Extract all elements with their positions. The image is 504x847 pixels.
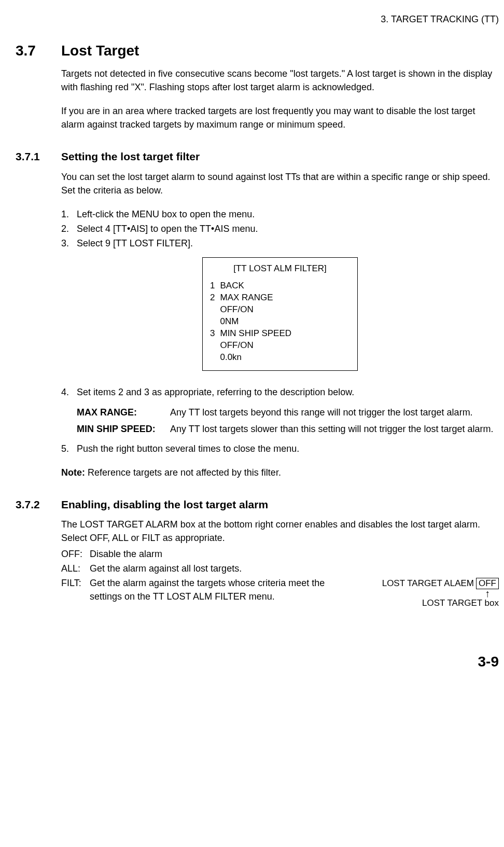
option-value: Disable the alarm	[90, 547, 162, 561]
intro-paragraph-1: Targets not detected in five consecutive…	[61, 67, 499, 94]
lost-target-box-label: LOST TARGET box	[354, 597, 499, 610]
lost-target-box-callout: LOST TARGET ALAEM OFF ↑ LOST TARGET box	[354, 576, 499, 610]
step-text: Set items 2 and 3 as appropriate, referr…	[77, 385, 354, 399]
step-text: Select 9 [TT LOST FILTER].	[77, 237, 193, 250]
option-value: Get the alarm against the targets whose …	[90, 576, 354, 603]
menu-screenshot-box: [TT LOST ALM FILTER] 1BACK 2MAX RANGE OF…	[202, 257, 358, 371]
menu-item-number: 3	[210, 328, 220, 340]
option-key: ALL:	[61, 562, 90, 575]
step-number: 2.	[61, 222, 77, 235]
step-number: 1.	[61, 207, 77, 221]
definition-term: MAX RANGE:	[77, 406, 170, 419]
subsection-intro: The LOST TARGET ALARM box at the bottom …	[61, 518, 499, 545]
menu-item-text: 0.0kn	[220, 352, 297, 364]
definition-description: Any TT lost targets beyond this range wi…	[170, 406, 499, 419]
subsection-title: Setting the lost target filter	[61, 149, 200, 164]
definition-term: MIN SHIP SPEED:	[77, 422, 170, 436]
step-number: 5.	[61, 442, 77, 455]
menu-item-text: MIN SHIP SPEED	[220, 328, 297, 340]
page-number: 3-9	[16, 651, 499, 673]
section-title: Lost Target	[61, 40, 139, 62]
option-key: FILT:	[61, 576, 90, 590]
menu-item-text: OFF/ON	[220, 340, 297, 352]
subsection-number: 3.7.2	[16, 497, 61, 512]
note: Note: Reference targets are not affected…	[61, 466, 499, 479]
step-text: Left-click the MENU box to open the menu…	[77, 207, 255, 221]
menu-item-text: 0NM	[220, 316, 297, 328]
procedure-list: 5.Push the right button several times to…	[61, 442, 499, 455]
menu-item-text: OFF/ON	[220, 304, 297, 316]
menu-item-number: 1	[210, 280, 220, 292]
step-number: 3.	[61, 237, 77, 250]
subsection-intro: You can set the lost target alarm to sou…	[61, 170, 499, 197]
intro-paragraph-2: If you are in an area where tracked targ…	[61, 104, 499, 131]
menu-title: [TT LOST ALM FILTER]	[210, 263, 350, 275]
procedure-list: 4.Set items 2 and 3 as appropriate, refe…	[61, 385, 499, 399]
lost-target-alarm-label: LOST TARGET ALAEM	[382, 577, 474, 590]
definition-description: Any TT lost targets slower than this set…	[170, 422, 499, 436]
menu-item-text: BACK	[220, 280, 297, 292]
step-text: Select 4 [TT•AIS] to open the TT•AIS men…	[77, 222, 258, 235]
menu-item-text: MAX RANGE	[220, 292, 297, 304]
subsection-title: Enabling, disabling the lost target alar…	[61, 497, 268, 512]
procedure-list: 1.Left-click the MENU box to open the me…	[61, 207, 499, 250]
option-value: Get the alarm against all lost targets.	[90, 562, 242, 575]
step-text: Push the right button several times to c…	[77, 442, 299, 455]
running-header: 3. TARGET TRACKING (TT)	[16, 12, 499, 26]
step-number: 4.	[61, 385, 77, 399]
menu-item-number: 2	[210, 292, 220, 304]
section-number: 3.7	[16, 40, 61, 62]
option-key: OFF:	[61, 547, 90, 561]
subsection-number: 3.7.1	[16, 149, 61, 164]
